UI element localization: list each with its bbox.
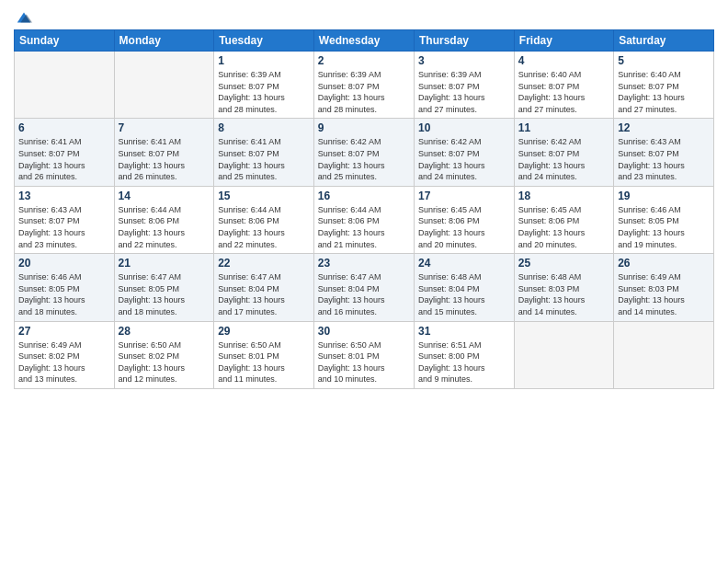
calendar-cell: 16Sunrise: 6:44 AM Sunset: 8:06 PM Dayli… xyxy=(313,186,414,253)
weekday-header-saturday: Saturday xyxy=(614,30,714,52)
calendar-cell: 6Sunrise: 6:41 AM Sunset: 8:07 PM Daylig… xyxy=(15,119,115,186)
calendar-cell: 10Sunrise: 6:42 AM Sunset: 8:07 PM Dayli… xyxy=(415,119,515,186)
day-info: Sunrise: 6:46 AM Sunset: 8:05 PM Dayligh… xyxy=(18,271,110,317)
calendar-cell: 8Sunrise: 6:41 AM Sunset: 8:07 PM Daylig… xyxy=(214,119,314,186)
calendar-week-1: 1Sunrise: 6:39 AM Sunset: 8:07 PM Daylig… xyxy=(15,52,714,119)
weekday-header-wednesday: Wednesday xyxy=(313,30,414,52)
day-info: Sunrise: 6:51 AM Sunset: 8:00 PM Dayligh… xyxy=(418,339,510,385)
day-number: 8 xyxy=(218,121,310,134)
day-number: 4 xyxy=(518,54,609,67)
day-info: Sunrise: 6:42 AM Sunset: 8:07 PM Dayligh… xyxy=(418,136,510,182)
day-number: 16 xyxy=(318,190,410,202)
calendar-week-4: 20Sunrise: 6:46 AM Sunset: 8:05 PM Dayli… xyxy=(15,254,714,321)
day-info: Sunrise: 6:44 AM Sunset: 8:06 PM Dayligh… xyxy=(119,204,210,250)
calendar-cell: 13Sunrise: 6:43 AM Sunset: 8:07 PM Dayli… xyxy=(15,186,115,253)
calendar-cell: 1Sunrise: 6:39 AM Sunset: 8:07 PM Daylig… xyxy=(214,52,314,119)
day-info: Sunrise: 6:50 AM Sunset: 8:01 PM Dayligh… xyxy=(318,339,410,385)
header xyxy=(14,9,714,22)
day-info: Sunrise: 6:39 AM Sunset: 8:07 PM Dayligh… xyxy=(218,69,310,115)
day-number: 31 xyxy=(418,325,510,338)
day-info: Sunrise: 6:48 AM Sunset: 8:04 PM Dayligh… xyxy=(418,271,510,317)
day-number: 21 xyxy=(119,257,210,270)
weekday-header-monday: Monday xyxy=(114,30,214,52)
day-info: Sunrise: 6:41 AM Sunset: 8:07 PM Dayligh… xyxy=(119,136,210,182)
calendar-cell: 15Sunrise: 6:44 AM Sunset: 8:06 PM Dayli… xyxy=(214,186,314,253)
calendar-cell: 27Sunrise: 6:49 AM Sunset: 8:02 PM Dayli… xyxy=(15,321,115,388)
day-info: Sunrise: 6:49 AM Sunset: 8:02 PM Dayligh… xyxy=(18,339,110,385)
calendar-cell: 23Sunrise: 6:47 AM Sunset: 8:04 PM Dayli… xyxy=(313,254,414,321)
calendar-cell: 4Sunrise: 6:40 AM Sunset: 8:07 PM Daylig… xyxy=(514,52,613,119)
day-number: 15 xyxy=(218,190,310,202)
day-number: 11 xyxy=(518,121,609,134)
day-number: 6 xyxy=(18,121,110,134)
day-number: 7 xyxy=(119,121,210,134)
day-info: Sunrise: 6:43 AM Sunset: 8:07 PM Dayligh… xyxy=(618,136,710,182)
logo-icon xyxy=(16,9,32,26)
day-info: Sunrise: 6:45 AM Sunset: 8:06 PM Dayligh… xyxy=(418,204,510,250)
day-number: 24 xyxy=(418,257,510,270)
day-number: 5 xyxy=(618,54,710,67)
day-number: 3 xyxy=(418,54,510,67)
calendar-cell: 24Sunrise: 6:48 AM Sunset: 8:04 PM Dayli… xyxy=(415,254,515,321)
calendar-cell xyxy=(15,52,115,119)
day-number: 30 xyxy=(318,325,410,338)
day-info: Sunrise: 6:46 AM Sunset: 8:05 PM Dayligh… xyxy=(618,204,710,250)
calendar-cell: 3Sunrise: 6:39 AM Sunset: 8:07 PM Daylig… xyxy=(415,52,515,119)
weekday-header-tuesday: Tuesday xyxy=(214,30,314,52)
calendar-cell: 22Sunrise: 6:47 AM Sunset: 8:04 PM Dayli… xyxy=(214,254,314,321)
calendar-cell: 12Sunrise: 6:43 AM Sunset: 8:07 PM Dayli… xyxy=(614,119,714,186)
calendar-table: SundayMondayTuesdayWednesdayThursdayFrid… xyxy=(14,29,714,389)
day-info: Sunrise: 6:45 AM Sunset: 8:06 PM Dayligh… xyxy=(518,204,609,250)
calendar-cell: 5Sunrise: 6:40 AM Sunset: 8:07 PM Daylig… xyxy=(614,52,714,119)
day-info: Sunrise: 6:47 AM Sunset: 8:04 PM Dayligh… xyxy=(318,271,410,317)
calendar-cell: 28Sunrise: 6:50 AM Sunset: 8:02 PM Dayli… xyxy=(114,321,214,388)
calendar-cell: 26Sunrise: 6:49 AM Sunset: 8:03 PM Dayli… xyxy=(614,254,714,321)
day-number: 18 xyxy=(518,190,609,202)
calendar-cell: 19Sunrise: 6:46 AM Sunset: 8:05 PM Dayli… xyxy=(614,186,714,253)
day-info: Sunrise: 6:50 AM Sunset: 8:01 PM Dayligh… xyxy=(218,339,310,385)
day-number: 27 xyxy=(18,325,110,338)
day-info: Sunrise: 6:39 AM Sunset: 8:07 PM Dayligh… xyxy=(418,69,510,115)
calendar-cell: 2Sunrise: 6:39 AM Sunset: 8:07 PM Daylig… xyxy=(313,52,414,119)
calendar-week-2: 6Sunrise: 6:41 AM Sunset: 8:07 PM Daylig… xyxy=(15,119,714,186)
day-info: Sunrise: 6:49 AM Sunset: 8:03 PM Dayligh… xyxy=(618,271,710,317)
day-number: 1 xyxy=(218,54,310,67)
calendar-cell xyxy=(114,52,214,119)
calendar-cell: 31Sunrise: 6:51 AM Sunset: 8:00 PM Dayli… xyxy=(415,321,515,388)
day-info: Sunrise: 6:43 AM Sunset: 8:07 PM Dayligh… xyxy=(18,204,110,250)
day-info: Sunrise: 6:44 AM Sunset: 8:06 PM Dayligh… xyxy=(318,204,410,250)
calendar-cell: 30Sunrise: 6:50 AM Sunset: 8:01 PM Dayli… xyxy=(313,321,414,388)
day-number: 29 xyxy=(218,325,310,338)
day-info: Sunrise: 6:41 AM Sunset: 8:07 PM Dayligh… xyxy=(218,136,310,182)
calendar-cell: 9Sunrise: 6:42 AM Sunset: 8:07 PM Daylig… xyxy=(313,119,414,186)
weekday-header-sunday: Sunday xyxy=(15,30,115,52)
day-number: 20 xyxy=(18,257,110,270)
day-number: 26 xyxy=(618,257,710,270)
weekday-header-friday: Friday xyxy=(514,30,613,52)
weekday-header-row: SundayMondayTuesdayWednesdayThursdayFrid… xyxy=(15,30,714,52)
day-info: Sunrise: 6:40 AM Sunset: 8:07 PM Dayligh… xyxy=(618,69,710,115)
day-number: 13 xyxy=(18,190,110,202)
day-info: Sunrise: 6:48 AM Sunset: 8:03 PM Dayligh… xyxy=(518,271,609,317)
calendar-cell: 29Sunrise: 6:50 AM Sunset: 8:01 PM Dayli… xyxy=(214,321,314,388)
day-info: Sunrise: 6:47 AM Sunset: 8:04 PM Dayligh… xyxy=(218,271,310,317)
day-info: Sunrise: 6:47 AM Sunset: 8:05 PM Dayligh… xyxy=(119,271,210,317)
calendar-cell xyxy=(614,321,714,388)
day-info: Sunrise: 6:42 AM Sunset: 8:07 PM Dayligh… xyxy=(518,136,609,182)
calendar-week-3: 13Sunrise: 6:43 AM Sunset: 8:07 PM Dayli… xyxy=(15,186,714,253)
day-info: Sunrise: 6:39 AM Sunset: 8:07 PM Dayligh… xyxy=(318,69,410,115)
day-info: Sunrise: 6:44 AM Sunset: 8:06 PM Dayligh… xyxy=(218,204,310,250)
day-number: 10 xyxy=(418,121,510,134)
page: SundayMondayTuesdayWednesdayThursdayFrid… xyxy=(0,0,728,563)
day-number: 12 xyxy=(618,121,710,134)
day-number: 25 xyxy=(518,257,609,270)
calendar-cell xyxy=(514,321,613,388)
day-number: 2 xyxy=(318,54,410,67)
calendar-cell: 17Sunrise: 6:45 AM Sunset: 8:06 PM Dayli… xyxy=(415,186,515,253)
logo xyxy=(14,9,32,22)
day-number: 28 xyxy=(119,325,210,338)
day-info: Sunrise: 6:42 AM Sunset: 8:07 PM Dayligh… xyxy=(318,136,410,182)
calendar-cell: 25Sunrise: 6:48 AM Sunset: 8:03 PM Dayli… xyxy=(514,254,613,321)
day-number: 14 xyxy=(119,190,210,202)
day-number: 22 xyxy=(218,257,310,270)
